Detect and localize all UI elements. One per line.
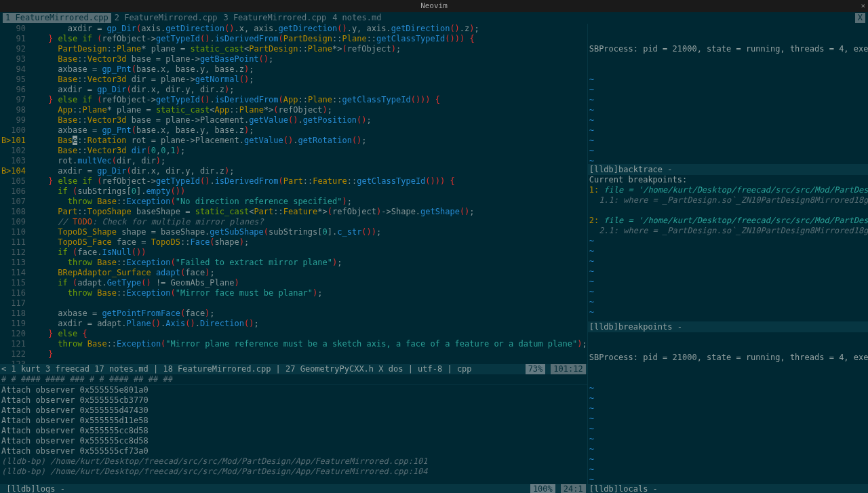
tab[interactable]: 1 FeatureMirrored.cpp [3,13,111,23]
code-line[interactable]: B>101 Base::Rotation rot = plane->Placem… [0,136,587,146]
line-number[interactable]: 95 [0,75,28,85]
code-line[interactable]: B>104 axdir = gp_Dir(dir.x, dir.y, dir.z… [0,166,587,176]
code-text [28,359,587,364]
tab[interactable]: 3 FeatureMirrored.cpp [220,13,329,23]
code-line[interactable]: 109 // TODO: Check for multiple mirror p… [0,217,587,227]
line-number[interactable]: 107 [0,197,28,207]
line-number[interactable]: 105 [0,176,28,186]
code-line[interactable]: 91 } else if (refObject->getTypeId().isD… [0,34,587,44]
code-line[interactable]: 90 axdir = gp_Dir(axis.getDirection().x,… [0,24,587,34]
line-number[interactable]: 92 [0,44,28,54]
line-number[interactable]: 103 [0,156,28,166]
code-line[interactable]: 123 [0,359,587,364]
breakpoint-entry[interactable]: 2: file = '/home/kurt/Desktop/freecad/sr… [589,216,868,226]
line-number[interactable]: 117 [0,298,28,309]
code-line[interactable]: 106 if (subStrings[0].empty()) [0,186,587,197]
line-number[interactable]: 94 [0,64,28,75]
code-line[interactable]: 102 Base::Vector3d dir(0,0,1); [0,146,587,156]
code-line[interactable]: 98 App::Plane* plane = static_cast<App::… [0,105,587,115]
code-line[interactable]: 119 axdir = adapt.Plane().Axis().Directi… [0,319,587,329]
code-editor[interactable]: 90 axdir = gp_Dir(axis.getDirection().x,… [0,24,587,364]
code-text: Base::Vector3d dir = plane->getNormal(); [28,75,587,85]
empty-line-tilde: ~ [589,125,868,136]
code-line[interactable]: 110 TopoDS_Shape shape = baseShape.getSu… [0,227,587,237]
line-number[interactable]: 114 [0,268,28,278]
line-number[interactable]: 106 [0,186,28,197]
close-icon[interactable]: × [861,1,865,11]
breakpoint-location: 1.1: where = _PartDesign.so`_ZN10PartDes… [589,195,868,205]
line-number[interactable]: 91 [0,34,28,44]
line-number[interactable]: 116 [0,288,28,298]
code-line[interactable]: 116 throw Base::Exception("Mirror face m… [0,288,587,298]
line-number[interactable]: 108 [0,207,28,217]
line-number[interactable]: 122 [0,349,28,359]
code-line[interactable]: 108 Part::TopoShape baseShape = static_c… [0,207,587,217]
line-number[interactable]: 112 [0,248,28,258]
log-line: Attach observer 0x555555cb3770 [1,395,586,406]
code-line[interactable]: 112 if (face.IsNull()) [0,248,587,258]
line-number[interactable]: 121 [0,339,28,349]
line-number[interactable]: 99 [0,115,28,125]
code-line[interactable]: 111 TopoDS_Face face = TopoDS::Face(shap… [0,237,587,248]
line-number[interactable]: 111 [0,237,28,248]
line-number[interactable]: 96 [0,85,28,95]
line-number[interactable]: 110 [0,227,28,237]
tab[interactable]: 2 FeatureMirrored.cpp [112,13,220,23]
code-line[interactable]: 121 throw Base::Exception("Mirror plane … [0,339,587,349]
code-line[interactable]: 94 axbase = gp_Pnt(base.x, base.y, base.… [0,64,587,75]
code-line[interactable]: 93 Base::Vector3d base = plane->getBaseP… [0,54,587,64]
line-number[interactable]: 90 [0,24,28,34]
code-text: if (subStrings[0].empty()) [28,186,587,197]
line-number[interactable]: 97 [0,95,28,105]
tab-close-icon[interactable]: X [855,13,865,23]
code-line[interactable]: 122 } [0,349,587,359]
code-line[interactable]: 117 [0,298,587,309]
code-line[interactable]: 100 axbase = gp_Pnt(base.x, base.y, base… [0,125,587,136]
code-text: App::Plane* plane = static_cast<App::Pla… [28,105,587,115]
line-number[interactable]: 113 [0,258,28,268]
code-line[interactable]: 96 axdir = gp_Dir(dir.x, dir.y, dir.z); [0,85,587,95]
code-line[interactable]: 120 } else { [0,329,587,339]
empty-line-tilde: ~ [589,105,868,115]
code-line[interactable]: 99 Base::Vector3d base = plane->Placemen… [0,115,587,125]
code-line[interactable]: 114 BRepAdaptor_Surface adapt(face); [0,268,587,278]
breakpoint-gutter[interactable]: B>101 [0,136,28,146]
code-text: Base::Vector3d base = plane->Placement.g… [28,115,587,125]
log-pane[interactable]: Attach observer 0x555555e801a0Attach obs… [0,384,587,493]
line-number[interactable]: 115 [0,278,28,288]
code-text: Part::TopoShape baseShape = static_cast<… [28,207,587,217]
breakpoint-entry[interactable]: 1: file = '/home/kurt/Desktop/freecad/sr… [589,185,868,195]
breakpoint-gutter[interactable]: B>104 [0,166,28,176]
code-text: } [28,349,587,359]
tab[interactable]: 4 notes.md [330,13,384,23]
empty-line-tilde: ~ [589,146,868,156]
code-line[interactable]: 118 axbase = getPointFromFace(face); [0,309,587,319]
line-number[interactable]: 119 [0,319,28,329]
breakpoints-pane[interactable]: Current breakpoints:1: file = '/home/kur… [588,175,868,322]
code-line[interactable]: 92 PartDesign::Plane* plane = static_cas… [0,44,587,54]
log-line: Attach observer 0x555555cc8d58 [1,436,586,446]
line-number[interactable]: 100 [0,125,28,136]
line-number[interactable]: 120 [0,329,28,339]
code-line[interactable]: 103 rot.multVec(dir, dir); [0,156,587,166]
code-line[interactable]: 95 Base::Vector3d dir = plane->getNormal… [0,75,587,85]
code-line[interactable]: 97 } else if (refObject->getTypeId().isD… [0,95,587,105]
locals-pane[interactable]: SBProcess: pid = 21000, state = running,… [588,332,868,484]
code-line[interactable]: 113 throw Base::Exception("Failed to ext… [0,258,587,268]
line-number[interactable]: 93 [0,54,28,64]
code-line[interactable]: 107 throw Base::Exception("No direction … [0,197,587,207]
window-title: Neovim [420,1,448,11]
code-text: throw Base::Exception("Mirror plane refe… [28,339,587,349]
backtrace-pane[interactable]: SBProcess: pid = 21000, state = running,… [588,24,868,165]
empty-line-tilde: ~ [589,246,868,256]
line-number[interactable]: 102 [0,146,28,156]
line-number[interactable]: 118 [0,309,28,319]
code-line[interactable]: 115 if (adapt.GetType() != GeomAbs_Plane… [0,278,587,288]
empty-line-tilde: ~ [589,156,868,165]
line-number[interactable]: 109 [0,217,28,227]
code-text: // TODO: Check for multiple mirror plane… [28,217,587,227]
process-info: SBProcess: pid = 21000, state = running,… [589,44,868,54]
line-number[interactable]: 98 [0,105,28,115]
code-line[interactable]: 105 } else if (refObject->getTypeId().is… [0,176,587,186]
line-number[interactable]: 123 [0,359,28,364]
